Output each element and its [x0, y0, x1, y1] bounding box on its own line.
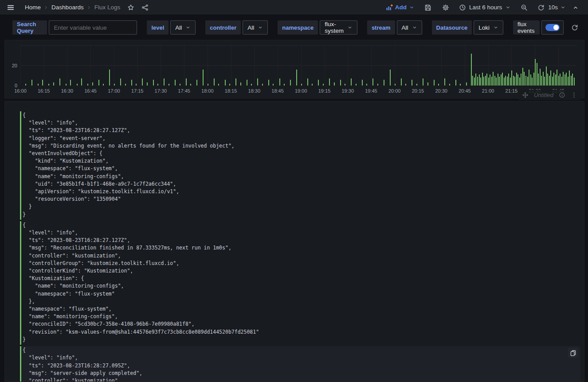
- log-volume-bar: [42, 80, 43, 86]
- controller-value-dropdown[interactable]: All: [243, 20, 268, 35]
- log-row[interactable]: { "level": "info", "ts": "2023-08-23T16:…: [20, 346, 580, 382]
- log-line: "reconcileID": "5cd30bc7-358e-4108-96b6-…: [23, 320, 259, 328]
- clock-icon: [459, 4, 466, 11]
- x-tick-label: 19:15: [318, 88, 331, 94]
- panel-menu-icon[interactable]: [571, 92, 577, 98]
- breadcrumb-dashboards[interactable]: Dashboards: [51, 4, 84, 11]
- log-volume-bar: [284, 84, 285, 86]
- logs-panel: { "level": "info", "ts": "2023-08-23T16:…: [4, 101, 584, 382]
- log-volume-bar: [486, 74, 487, 86]
- log-volume-bar: [362, 80, 363, 86]
- refresh-interval-label: 10s: [548, 4, 558, 11]
- chevron-down-icon: [412, 25, 417, 30]
- gridline-vertical: [465, 44, 465, 86]
- log-volume-bar: [142, 78, 143, 86]
- menu-button[interactable]: [4, 1, 17, 14]
- chart-plot[interactable]: [20, 44, 577, 86]
- gridline-vertical: [44, 44, 44, 86]
- log-volume-bar: [494, 76, 495, 86]
- log-volume-bar: [514, 77, 515, 86]
- log-volume-bar: [247, 80, 247, 86]
- level-value-dropdown[interactable]: All: [170, 20, 196, 35]
- log-volume-bar: [493, 72, 494, 86]
- x-tick-label: 17:45: [178, 88, 190, 94]
- share-button[interactable]: [139, 1, 151, 14]
- log-volume-bar: [312, 84, 313, 86]
- log-volume-bar: [77, 84, 78, 86]
- gridline-vertical: [418, 44, 418, 86]
- log-volume-bar: [499, 77, 500, 86]
- x-tick-label: 20:30: [435, 88, 447, 94]
- log-volume-bar: [564, 74, 565, 86]
- breadcrumb-home[interactable]: Home: [25, 4, 41, 11]
- x-tick-label: 17:15: [131, 88, 144, 94]
- stream-value-dropdown[interactable]: All: [397, 20, 422, 35]
- log-volume-bar: [31, 80, 32, 86]
- log-volume-bar: [377, 84, 378, 86]
- log-level-indicator: [20, 221, 21, 345]
- log-line: "revision": "ksm-values-from@sha1:44576e…: [23, 328, 259, 336]
- info-circle-icon[interactable]: [559, 92, 565, 98]
- log-volume-bar: [483, 77, 484, 86]
- logs-list: { "level": "info", "ts": "2023-08-23T16:…: [5, 101, 584, 382]
- log-volume-bar: [190, 84, 191, 86]
- dashboard-settings-button[interactable]: [439, 1, 452, 14]
- log-volume-bar: [449, 84, 450, 86]
- save-dashboard-button[interactable]: [422, 1, 434, 14]
- log-volume-bar: [48, 84, 49, 86]
- log-level-indicator: [20, 346, 21, 382]
- log-volume-bar: [504, 78, 505, 86]
- chevron-down-icon: [493, 25, 498, 30]
- gridline-vertical: [441, 44, 442, 86]
- flux-events-toggle[interactable]: [541, 20, 564, 35]
- zoom-out-time-button[interactable]: [518, 1, 530, 14]
- log-volume-bar: [507, 77, 508, 86]
- log-volume-bar: [474, 78, 475, 86]
- log-volume-bar: [103, 84, 104, 86]
- log-volume-bar: [480, 78, 481, 86]
- refresh-dashboard-button[interactable]: [535, 1, 547, 14]
- log-row[interactable]: { "level": "info", "ts": "2023-08-23T16:…: [20, 221, 580, 345]
- refresh-interval-dropdown[interactable]: 10s: [548, 4, 566, 11]
- copy-log-button[interactable]: [568, 348, 578, 358]
- datasource-value-dropdown[interactable]: Loki: [474, 20, 503, 35]
- stream-value: All: [402, 24, 408, 31]
- log-row[interactable]: { "level": "info", "ts": "2023-08-23T16:…: [20, 111, 580, 220]
- refresh-variables-button[interactable]: [570, 21, 580, 34]
- gridline-vertical: [208, 44, 208, 86]
- graph-add-icon: [386, 4, 393, 11]
- log-volume-bar: [186, 78, 187, 86]
- y-tick-label: 0: [5, 83, 17, 88]
- add-panel-button[interactable]: Add: [386, 4, 415, 11]
- log-json-body: { "level": "info", "ts": "2023-08-23T16:…: [23, 111, 235, 220]
- log-line: {: [23, 347, 179, 354]
- x-tick-label: 19:00: [295, 88, 307, 94]
- log-volume-bar: [345, 84, 345, 86]
- collapse-nav-button[interactable]: [569, 1, 582, 14]
- refresh-icon: [571, 24, 578, 31]
- log-line: "apiVersion": "kustomize.toolkit.fluxcd.…: [23, 188, 235, 195]
- log-volume-bar: [372, 78, 373, 86]
- chevron-down-icon: [560, 4, 566, 10]
- log-line: "controller": "kustomization",: [23, 252, 259, 260]
- log-volume-bar: [81, 78, 82, 86]
- log-volume-bar: [218, 84, 219, 86]
- favorite-star-button[interactable]: [125, 1, 137, 14]
- breadcrumb: Home Dashboards Flux Logs: [25, 4, 120, 11]
- grafana-dashboard: Home Dashboards Flux Logs Add: [0, 0, 588, 382]
- log-volume-bar: [529, 70, 529, 86]
- flux-events-label: flux events: [513, 20, 540, 35]
- chevron-right-icon: [43, 5, 49, 10]
- log-volume-bar: [543, 72, 544, 86]
- gridline-vertical: [301, 44, 302, 86]
- search-query-input[interactable]: [49, 20, 137, 35]
- namespace-value-dropdown[interactable]: flux-system: [320, 20, 357, 35]
- log-volume-bar: [540, 69, 541, 86]
- log-volume-bar: [180, 84, 180, 86]
- log-volume-bar: [561, 77, 562, 86]
- log-volume-bar: [251, 84, 252, 86]
- time-range-picker[interactable]: Last 6 hours: [456, 2, 514, 13]
- log-volume-bar: [471, 54, 472, 86]
- move-panel-icon[interactable]: [522, 92, 529, 98]
- log-json-body: { "level": "info", "ts": "2023-08-23T16:…: [23, 346, 179, 382]
